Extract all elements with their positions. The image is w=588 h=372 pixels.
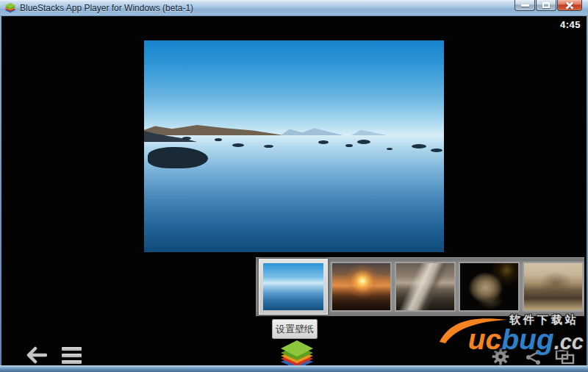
wallpaper-thumbnail-sunset[interactable] <box>331 262 392 312</box>
window-title: BlueStacks App Player for Windows (beta-… <box>20 3 193 13</box>
window-switch-button[interactable] <box>554 348 576 365</box>
preview-rock <box>182 137 191 140</box>
close-button[interactable] <box>557 0 582 11</box>
bluestacks-titlebar-icon <box>4 2 16 13</box>
menu-button[interactable] <box>62 347 82 364</box>
wallpaper-thumbnail-strip <box>256 257 584 316</box>
wallpaper-thumbnail-blue-lake-selected[interactable] <box>259 259 328 315</box>
window-controls <box>514 0 582 11</box>
share-button[interactable] <box>523 348 542 365</box>
preview-rock <box>387 148 392 150</box>
window-border-bottom <box>0 365 588 372</box>
share-icon <box>523 348 542 365</box>
minimize-button[interactable] <box>514 0 535 11</box>
wallpaper-thumbnail-village[interactable] <box>523 262 584 312</box>
preview-rock <box>431 149 442 152</box>
maximize-button[interactable] <box>536 0 556 11</box>
emulator-screen: 4:45 <box>1 16 587 365</box>
preview-foreground-rocks <box>148 147 208 168</box>
settings-button[interactable] <box>491 347 510 365</box>
ucbug-watermark: 软件下载站 ucbug.cc <box>437 313 584 354</box>
bluestacks-window: BlueStacks App Player for Windows (beta-… <box>0 0 588 372</box>
back-arrow-icon <box>24 346 47 365</box>
preview-rock <box>345 144 353 147</box>
maximize-icon <box>542 2 550 8</box>
preview-rock <box>264 145 273 148</box>
wallpaper-thumbnail-coast[interactable] <box>395 262 456 312</box>
blue-lake-thumbnail-image <box>263 263 323 310</box>
preview-rock <box>215 138 222 141</box>
wallpaper-preview-image <box>144 40 444 252</box>
window-switch-icon <box>554 348 576 365</box>
preview-sky <box>144 40 444 135</box>
bluestacks-logo[interactable] <box>279 340 315 365</box>
window-border-left <box>0 16 1 365</box>
watermark-swoosh-icon <box>435 314 512 343</box>
preview-rock <box>357 140 370 144</box>
titlebar: BlueStacks App Player for Windows (beta-… <box>0 0 588 16</box>
preview-rock <box>412 144 426 149</box>
status-clock: 4:45 <box>560 19 581 30</box>
preview-rock <box>318 140 329 144</box>
gear-icon <box>491 347 510 365</box>
preview-rock <box>232 143 244 147</box>
set-wallpaper-button[interactable]: 设置壁纸 <box>272 319 318 339</box>
minimize-icon <box>521 4 529 7</box>
wallpaper-thumbnail-leopard[interactable] <box>459 262 520 312</box>
back-button[interactable] <box>24 346 47 365</box>
